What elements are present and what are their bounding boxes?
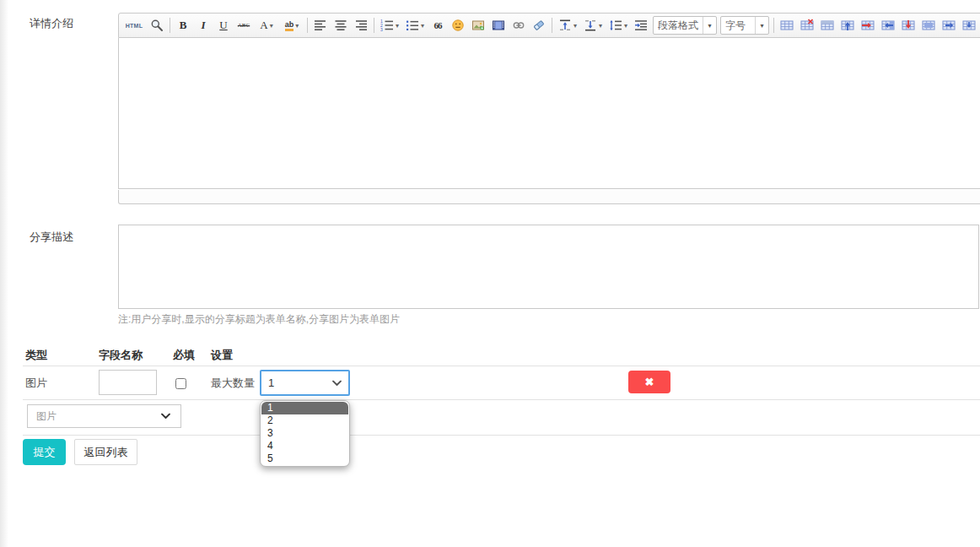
unordered-list-icon[interactable]: ▾ (403, 15, 427, 35)
cell-props-icon[interactable] (919, 15, 938, 35)
delete-x-icon: ✖ (645, 376, 654, 388)
bottom-divider (23, 435, 980, 436)
delete-col-icon[interactable] (899, 15, 918, 35)
remove-format-icon[interactable] (530, 15, 548, 35)
toolbar-separator (374, 18, 374, 33)
col-header-required: 必填 (173, 348, 195, 363)
html-source-icon[interactable]: HTML (122, 15, 146, 35)
insert-table-icon[interactable] (778, 15, 796, 35)
paragraph-select-value: 段落格式 (658, 19, 698, 33)
chevron-down-icon (332, 380, 342, 386)
row-type-label: 图片 (25, 376, 47, 391)
indent-icon[interactable] (632, 15, 650, 35)
form-editor-page: 详情介绍 HTMLBIUABCA▾ab▾123▾▾66▾▾▾段落格式▾字号▾ 分… (0, 0, 980, 547)
link-icon[interactable] (509, 15, 528, 35)
strikethrough-icon[interactable]: ABC (234, 15, 253, 35)
add-field-type-value: 图片 (36, 409, 57, 424)
editor-toolbar: HTMLBIUABCA▾ab▾123▾▾66▾▾▾段落格式▾字号▾ (118, 13, 980, 38)
row-divider (23, 399, 980, 400)
dropdown-option-2[interactable]: 2 (261, 414, 348, 427)
required-checkbox[interactable] (175, 378, 186, 389)
add-field-type-select[interactable]: 图片 (27, 404, 181, 428)
submit-button[interactable]: 提交 (23, 439, 66, 465)
italic-icon[interactable]: I (194, 15, 213, 35)
share-note: 注:用户分享时,显示的分享标题为表单名称,分享图片为表单图片 (118, 312, 400, 327)
max-count-select-value: 1 (268, 376, 274, 389)
underline-icon[interactable]: U (214, 15, 233, 35)
dropdown-option-4[interactable]: 4 (261, 440, 348, 452)
toolbar-separator (307, 18, 308, 33)
share-description-textarea[interactable] (118, 225, 979, 309)
image-icon[interactable] (469, 15, 487, 35)
back-to-list-button[interactable]: 返回列表 (74, 439, 137, 465)
media-icon[interactable] (489, 15, 508, 35)
margin-top-icon[interactable]: ▾ (556, 15, 579, 35)
emoticon-icon[interactable] (449, 15, 467, 35)
editor-content[interactable] (118, 38, 980, 189)
col-header-type: 类型 (25, 348, 47, 363)
chevron-down-icon (161, 414, 170, 420)
chevron-down-icon: ▾ (755, 17, 768, 34)
merge-cell-right-icon[interactable] (940, 15, 958, 35)
left-edge-shadow (0, 0, 8, 547)
font-size-select[interactable]: 字号▾ (720, 16, 769, 35)
field-name-input[interactable] (99, 370, 157, 395)
font-size-select-value: 字号 (725, 19, 746, 33)
max-count-select[interactable]: 1 (260, 370, 350, 396)
editor-resize-bar[interactable] (118, 190, 980, 204)
toolbar-separator (170, 18, 170, 33)
bold-icon[interactable]: B (174, 15, 192, 35)
insert-row-above-icon[interactable] (838, 15, 857, 35)
ordered-list-icon[interactable]: 123▾ (378, 15, 401, 35)
align-right-icon[interactable] (352, 15, 370, 35)
margin-bottom-icon[interactable]: ▾ (581, 15, 605, 35)
max-count-dropdown-popup: 12345 (260, 400, 350, 467)
share-desc-label: 分享描述 (30, 230, 73, 245)
dropdown-option-5[interactable]: 5 (261, 452, 348, 465)
max-count-label: 最大数量 (211, 376, 255, 391)
delete-table-icon[interactable] (798, 15, 816, 35)
insert-col-left-icon[interactable] (879, 15, 897, 35)
svg-text:3: 3 (380, 27, 383, 32)
dropdown-option-3[interactable]: 3 (261, 427, 348, 440)
header-divider (23, 366, 980, 366)
preview-icon[interactable] (148, 15, 166, 35)
merge-cell-down-icon[interactable] (960, 15, 978, 35)
table-props-icon[interactable] (818, 15, 837, 35)
toolbar-separator (773, 18, 774, 33)
delete-row-button[interactable]: ✖ (628, 371, 670, 393)
align-center-icon[interactable] (331, 15, 350, 35)
highlight-icon[interactable]: ab▾ (280, 15, 304, 35)
line-height-icon[interactable]: ▾ (606, 15, 630, 35)
dropdown-option-1[interactable]: 1 (261, 402, 348, 414)
font-color-icon[interactable]: A▾ (255, 15, 278, 35)
blockquote-icon[interactable]: 66 (428, 15, 447, 35)
col-header-field-name: 字段名称 (99, 348, 143, 363)
rich-text-editor: HTMLBIUABCA▾ab▾123▾▾66▾▾▾段落格式▾字号▾ (118, 13, 980, 204)
align-left-icon[interactable] (311, 15, 330, 35)
paragraph-select[interactable]: 段落格式▾ (653, 16, 717, 35)
detail-intro-label: 详情介绍 (30, 16, 73, 31)
delete-row-icon[interactable] (859, 15, 877, 35)
col-header-settings: 设置 (211, 348, 233, 363)
toolbar-separator (552, 18, 552, 33)
chevron-down-icon: ▾ (703, 17, 716, 34)
